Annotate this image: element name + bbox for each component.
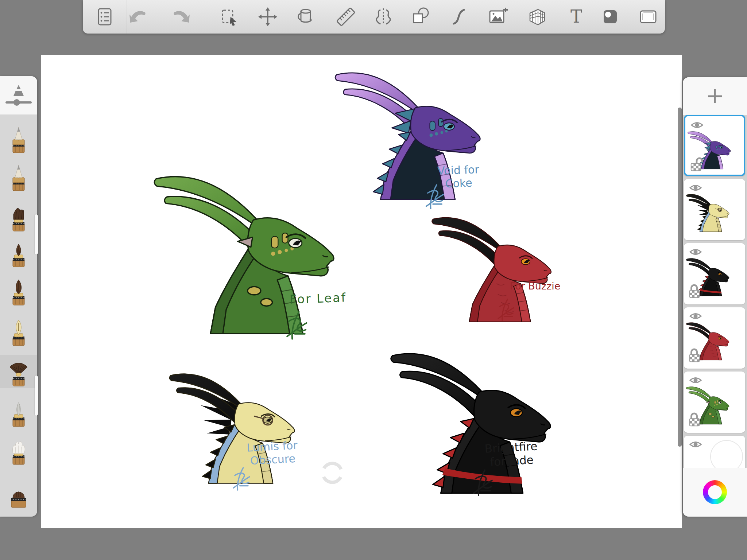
layer-lock-2[interactable] [688,284,702,301]
selection-button[interactable] [218,5,241,28]
artist-signature [231,466,252,491]
plus-icon [707,88,723,105]
layer-visibility-eye-icon[interactable] [688,247,703,257]
pencil-brush-icon [5,161,32,191]
layer-visibility-eye-icon[interactable] [688,311,703,321]
brush-item-pencil-1[interactable] [5,161,32,191]
signature-leaf [285,310,310,341]
artist-signature [424,183,446,209]
dragon-art-buzzie [429,212,555,324]
brush-library-button[interactable] [93,5,116,28]
layer-transparency-lock-icon[interactable] [688,348,702,363]
dragon-art-leaf [150,168,340,337]
brush-item-synthetic-round-7[interactable] [5,397,32,427]
image-add-icon [488,7,508,27]
symmetry-icon [373,7,394,27]
brush-size-slider[interactable] [0,76,37,114]
layer-void[interactable] [684,115,745,176]
add-layer-button[interactable] [683,77,747,115]
brush-item-flat-angled-2[interactable] [5,201,32,232]
layer-visibility-eye-icon[interactable] [690,120,704,130]
layer-transparency-lock-icon[interactable] [688,412,702,428]
pencil-brush-icon [5,123,32,153]
layer-thumbnail-lumis [685,192,731,234]
brush-panel [0,76,37,517]
color-section [683,468,747,517]
redo-button[interactable] [169,5,192,28]
fill-button[interactable] [294,5,317,28]
ruler-icon [336,7,356,27]
brush-item-pencil-0[interactable] [5,123,32,153]
layer-lumis[interactable] [684,179,745,240]
layer-visibility-eye-icon[interactable] [688,183,703,193]
layer-transparency-lock-icon[interactable] [688,284,702,299]
predictive-stroke-button[interactable] [447,5,471,28]
canvas-options-button[interactable] [636,5,660,28]
shapes-icon [411,7,431,27]
brush-scroll-indicator[interactable] [35,214,38,254]
round-large-brush-icon [5,275,32,306]
layers-scrollbar[interactable] [678,108,682,447]
ink-nib-brush-icon [5,316,32,346]
layer-transparency-lock-icon[interactable] [689,157,704,172]
synthetic-round-brush-icon [5,397,32,427]
perspective-button[interactable] [526,5,549,28]
transform-button[interactable] [256,5,279,28]
fill-icon [295,7,316,27]
ruler-button[interactable] [334,5,357,28]
dragon-drawing-leaf [150,168,340,337]
color-wheel-hole [708,485,722,499]
layer-leaf[interactable] [684,372,745,433]
import-image-button[interactable] [487,5,510,28]
layer-buzzie[interactable] [684,307,745,369]
artist-signature [285,310,310,340]
dragon-label-buzzie: For Buzzie [502,280,568,292]
canvas-rotate-icon[interactable] [320,460,345,486]
artist-signature [471,468,495,496]
canvas[interactable]: Void for CokeFor LeafFor BuzzieLumis for… [41,55,682,528]
svg-text:T: T [570,7,582,27]
brush-size-section [0,76,37,114]
text-tool-button[interactable]: T [565,5,588,28]
selection-icon [220,7,240,27]
toolbar-divider [127,0,127,34]
signature-lumis [231,466,252,492]
layer-visibility-eye-icon[interactable] [688,375,703,385]
color-button[interactable] [599,5,622,28]
artist-signature [496,298,516,321]
brush-item-fan-6[interactable] [5,356,32,387]
perspective-icon [527,7,547,27]
round-small-brush-icon [5,237,32,268]
transform-icon [258,7,278,27]
layer-lock-3[interactable] [688,348,702,365]
stroke-icon [449,7,469,27]
shapes-button[interactable] [409,5,433,28]
canvas-frame-icon [638,7,658,27]
signature-brightfire [471,468,495,498]
redo-icon [170,7,190,27]
brush-item-dome-9[interactable] [5,478,32,508]
layer-eye-5[interactable] [688,439,703,451]
layers-panel [683,77,747,517]
brush-item-round-large-4[interactable] [5,275,32,306]
brush-item-ink-nib-5[interactable] [5,316,32,346]
color-chip-icon [600,7,620,27]
brush-item-round-small-3[interactable] [5,237,32,268]
dragon-label-lumis: Lumis for Obscure [237,438,308,468]
layer-brightfire[interactable] [684,243,745,304]
layer-lock-0[interactable] [689,157,704,174]
symmetry-button[interactable] [372,5,395,28]
undo-button[interactable] [127,5,151,28]
brush-item-mop-8[interactable] [5,435,32,465]
layer-visibility-eye-icon[interactable] [688,439,703,450]
text-icon: T [566,7,587,27]
dragon-drawing-buzzie [429,212,555,324]
app-root: Void for CokeFor LeafFor BuzzieLumis for… [0,0,747,560]
layer-lock-4[interactable] [688,412,702,429]
menu-icon [94,7,115,27]
toolbar: T [83,0,665,34]
fan-brush-icon [5,356,32,387]
signature-buzzie [496,298,516,323]
signature-void [424,183,446,211]
brush-scroll-indicator[interactable] [35,376,38,416]
